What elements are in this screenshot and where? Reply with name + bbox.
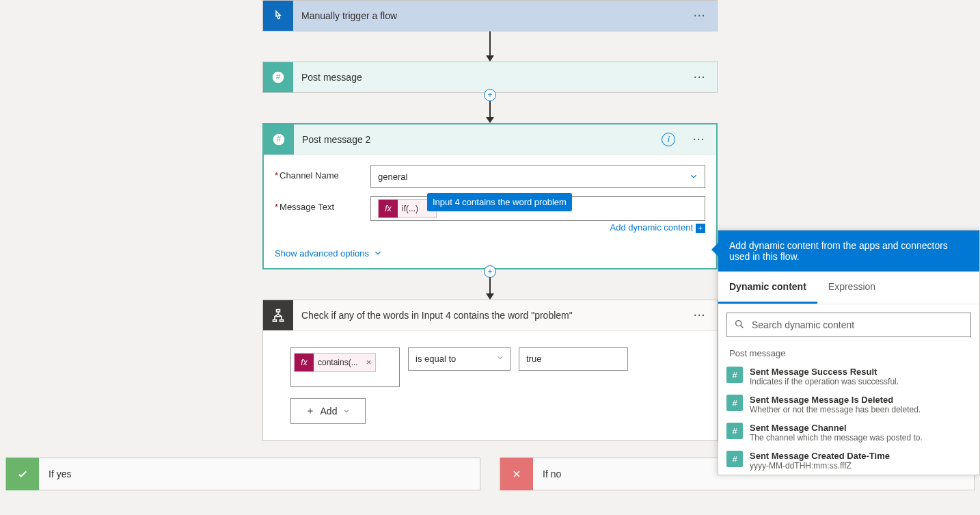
add-condition-button[interactable]: ＋ Add: [290, 398, 366, 424]
add-step-icon[interactable]: +: [484, 89, 496, 101]
dynamic-item-title: Sent Message Channel: [750, 423, 923, 433]
hash-icon: #: [726, 395, 743, 411]
channel-name-label: *Channel Name: [275, 165, 370, 181]
more-icon[interactable]: ···: [683, 310, 717, 321]
condition-left-input[interactable]: fx contains(... ×: [290, 347, 400, 387]
post-message-title: Post message: [293, 72, 683, 83]
dynamic-content-item[interactable]: # Sent Message Success Result Indicates …: [718, 362, 979, 391]
add-dynamic-content-link[interactable]: Add dynamic content+: [610, 222, 705, 233]
if-no-label: If no: [533, 468, 561, 479]
info-icon[interactable]: i: [662, 133, 675, 146]
dynamic-item-title: Sent Message Success Result: [750, 367, 899, 377]
hash-icon: #: [263, 62, 293, 92]
dynamic-item-desc: Whether or not the message has been dele…: [750, 405, 921, 414]
dynamic-item-title: Sent Message Created Date-Time: [750, 451, 890, 461]
dynamic-content-panel: Add dynamic content from the apps and co…: [718, 230, 980, 475]
fx-icon: fx: [295, 354, 314, 371]
svg-rect-5: [273, 319, 277, 321]
check-icon: [6, 458, 39, 490]
message-text-label: *Message Text: [275, 196, 370, 212]
svg-text:#: #: [276, 72, 281, 81]
fx-icon: fx: [379, 200, 398, 217]
token-tooltip: Input 4 contains the word problem: [427, 193, 572, 211]
show-advanced-options-link[interactable]: Show advanced options: [275, 248, 383, 259]
post-message-2-title: Post message 2: [294, 134, 662, 145]
dynamic-group-label: Post message: [718, 343, 979, 362]
dynamic-item-title: Sent Message Message Is Deleted: [750, 395, 921, 405]
channel-name-select[interactable]: general: [370, 165, 705, 188]
search-placeholder: Search dynamic content: [752, 319, 854, 330]
plus-icon: +: [696, 224, 705, 233]
connector: [486, 31, 494, 62]
tab-dynamic-content[interactable]: Dynamic content: [718, 272, 817, 304]
condition-title: Check if any of the words in Input 4 con…: [293, 310, 683, 321]
svg-rect-4: [277, 309, 280, 311]
condition-header[interactable]: Check if any of the words in Input 4 con…: [263, 300, 717, 330]
trigger-title: Manually trigger a flow: [293, 10, 683, 21]
hash-icon: #: [726, 423, 743, 439]
condition-step: Check if any of the words in Input 4 con…: [262, 300, 718, 441]
trigger-header[interactable]: Manually trigger a flow ···: [263, 1, 717, 31]
condition-icon: [263, 300, 293, 330]
message-text-input[interactable]: fx if(...) × Input 4 contains the word p…: [370, 196, 705, 221]
hash-icon: #: [726, 367, 743, 383]
dynamic-search-input[interactable]: Search dynamic content: [726, 313, 971, 337]
remove-token-icon[interactable]: ×: [362, 357, 376, 367]
post-message-header[interactable]: # Post message ···: [263, 62, 717, 92]
dynamic-item-desc: The channel which the message was posted…: [750, 433, 923, 443]
hash-icon: #: [726, 451, 743, 467]
svg-rect-6: [280, 319, 284, 321]
condition-operator-select[interactable]: is equal to: [408, 347, 511, 371]
search-icon: [734, 319, 745, 332]
dynamic-panel-tabs: Dynamic content Expression: [718, 272, 979, 304]
post-message-2-body: *Channel Name general *Message Text fx: [264, 155, 716, 268]
dynamic-content-item[interactable]: # Sent Message Message Is Deleted Whethe…: [718, 391, 979, 419]
svg-text:#: #: [277, 134, 282, 143]
hash-icon: #: [264, 124, 294, 155]
connector: +: [486, 269, 494, 300]
more-icon[interactable]: ···: [682, 134, 716, 145]
dynamic-item-desc: yyyy-MM-ddTHH:mm:ss.fffZ: [750, 461, 890, 471]
tab-expression[interactable]: Expression: [817, 272, 886, 304]
dynamic-content-item[interactable]: # Sent Message Channel The channel which…: [718, 419, 979, 447]
add-step-icon[interactable]: +: [484, 265, 496, 278]
expression-token[interactable]: fx contains(... ×: [294, 353, 376, 372]
dynamic-item-desc: Indicates if the operation was successfu…: [750, 377, 899, 386]
if-yes-label: If yes: [39, 468, 71, 479]
if-yes-branch[interactable]: If yes: [5, 458, 480, 490]
pointer-icon: [263, 1, 293, 31]
connector: +: [486, 93, 494, 123]
trigger-step[interactable]: Manually trigger a flow ···: [262, 0, 718, 31]
more-icon[interactable]: ···: [683, 10, 717, 21]
plus-icon: ＋: [305, 405, 315, 417]
chevron-down-icon: [496, 354, 504, 364]
post-message-2-step: # Post message 2 i ··· *Channel Name gen…: [262, 123, 718, 269]
dynamic-content-item[interactable]: # Sent Message Created Date-Time yyyy-MM…: [718, 447, 979, 475]
post-message-2-header[interactable]: # Post message 2 i ···: [264, 124, 716, 155]
condition-value-input[interactable]: true: [519, 347, 628, 371]
more-icon[interactable]: ···: [683, 72, 717, 83]
svg-point-7: [736, 320, 741, 326]
dynamic-panel-header: Add dynamic content from the apps and co…: [718, 230, 979, 272]
close-icon: [500, 458, 533, 490]
chevron-down-icon: [689, 172, 698, 183]
